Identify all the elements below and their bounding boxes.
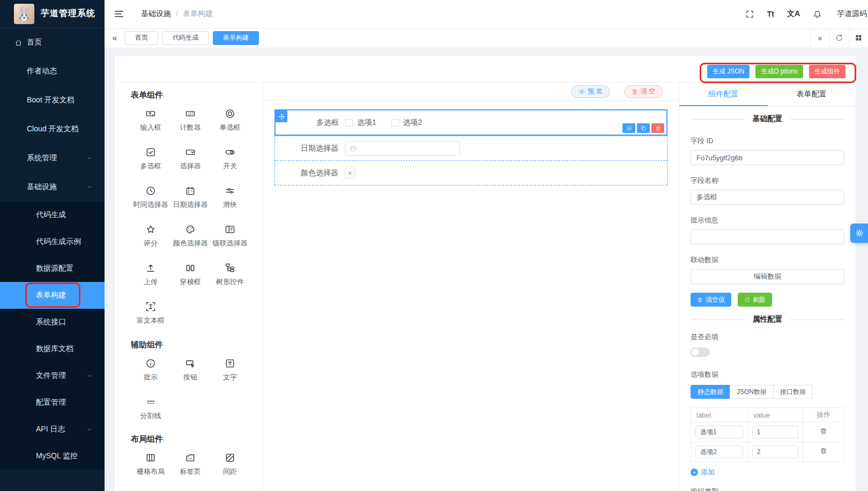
canvas-row-color-picker[interactable]: 颜色选择器 × (275, 160, 667, 185)
sidebar-item-database-docs[interactable]: 数据库文档 (0, 336, 105, 362)
refresh-tab-button[interactable] (829, 28, 849, 48)
menu-fold-icon[interactable] (113, 8, 125, 20)
copy-item-button[interactable] (637, 123, 650, 133)
notification-bell-icon[interactable] (813, 10, 822, 19)
palette-item-checkbox[interactable]: 多选框 (131, 147, 170, 169)
palette-item-time-picker[interactable]: 时间选择器 (131, 185, 170, 208)
sidebar-item-system-interface[interactable]: 系统接口 (0, 309, 105, 336)
user-name[interactable]: 芋道源码 (837, 9, 867, 19)
tab-component-config[interactable]: 组件配置 (679, 83, 768, 106)
transfer-icon (185, 263, 196, 273)
sidebar-item-system-management[interactable]: 系统管理 (0, 144, 105, 173)
clear-button[interactable]: 清 空 (624, 85, 663, 98)
sidebar-item-api-log[interactable]: API 日志 (0, 416, 105, 443)
breadcrumb: 基础设施 / 表单构建 (141, 9, 213, 19)
canvas-row-date-picker[interactable]: 日期选择器 (275, 136, 667, 161)
add-item-button[interactable] (622, 123, 635, 133)
trash-icon (632, 88, 638, 95)
field-name-input[interactable] (691, 190, 844, 205)
refresh-button[interactable]: 刷新 (738, 293, 772, 307)
tab-api-data[interactable]: 接口数据 (773, 385, 813, 399)
hint-input[interactable] (691, 229, 844, 244)
sidebar-item-code-generation-example[interactable]: 代码生成示例 (0, 228, 105, 255)
option-value-input[interactable] (752, 426, 798, 438)
palette-item-color-picker[interactable]: 颜色选择器 (170, 224, 210, 247)
double-chevron-right-icon: » (818, 33, 822, 42)
palette-item-upload[interactable]: 上传 (131, 263, 170, 285)
palette-item-grid-layout[interactable]: 栅格布局 (131, 452, 170, 475)
tab-json-data[interactable]: JSON数据 (730, 385, 774, 399)
palette-item-radio[interactable]: 单选框 (210, 108, 250, 131)
preview-button[interactable]: 预 览 (571, 85, 610, 98)
option-label-input[interactable] (695, 426, 743, 438)
palette-item-cascader[interactable]: 级联选择器 (210, 224, 250, 247)
button-icon (185, 358, 196, 369)
tab-static-data[interactable]: 静态数据 (691, 385, 730, 399)
checkbox-option-1[interactable]: 选项1 (345, 118, 376, 128)
sidebar-item-author-news[interactable]: 作者动态 (0, 57, 105, 86)
drag-handle[interactable] (276, 110, 287, 122)
palette-item-counter[interactable]: 计数器 (170, 108, 210, 131)
sidebar-item-infrastructure[interactable]: 基础设施 (0, 173, 105, 202)
palette-item-switch[interactable]: 开关 (210, 147, 250, 169)
date-picker-input[interactable] (345, 141, 460, 156)
layout-grid-button[interactable] (849, 28, 868, 48)
sidebar-item-config-management[interactable]: 配置管理 (0, 389, 105, 416)
canvas-row-checkbox-group-selected[interactable]: 多选框 选项1 选项2 (275, 109, 667, 136)
tabs-scroll-right[interactable]: » (810, 28, 829, 48)
palette-item-spacing[interactable]: 间距 (210, 452, 250, 475)
generate-options-button[interactable]: 生成O ptions (755, 65, 803, 78)
sidebar-item-boot-docs[interactable]: Boot 开发文档 (0, 86, 105, 115)
palette-item-label: 日期选择器 (173, 200, 208, 210)
palette-item-tree[interactable]: 树形控件 (210, 263, 250, 285)
tab-form-config[interactable]: 表单配置 (768, 83, 856, 106)
font-size-icon[interactable]: Tt (767, 10, 774, 18)
required-label: 是否必填 (691, 332, 844, 342)
delete-option-button[interactable] (820, 427, 827, 435)
color-picker-swatch[interactable]: × (345, 168, 355, 178)
tabs-scroll-left[interactable]: « (105, 33, 125, 43)
palette-item-slider[interactable]: 滑块 (210, 185, 250, 208)
sidebar-item-mysql-monitor[interactable]: MySQL 监控 (0, 443, 105, 470)
generate-component-button[interactable]: 生成组件 (809, 65, 845, 78)
delete-option-button[interactable] (820, 447, 827, 455)
view-tab-code-generation[interactable]: 代码生成 (162, 31, 209, 45)
palette-item-transfer[interactable]: 穿梭框 (170, 263, 210, 285)
checkbox-icon[interactable] (345, 119, 353, 127)
generate-json-button[interactable]: 生成 JSON (707, 65, 750, 78)
checkbox-icon[interactable] (391, 119, 399, 127)
sidebar-item-file-management[interactable]: 文件管理 (0, 362, 105, 389)
view-tab-home[interactable]: 首页 (125, 31, 158, 45)
palette-item-tab-page[interactable]: 标签页 (170, 452, 210, 475)
palette-item-rate[interactable]: 评分 (131, 224, 170, 247)
sidebar-item-cloud-docs[interactable]: Cloud 开发文档 (0, 115, 105, 144)
palette-item-info[interactable]: 提示 (131, 358, 170, 381)
option-label-input[interactable] (695, 445, 743, 458)
palette-item-select[interactable]: 选择器 (170, 147, 210, 169)
edit-data-button[interactable]: 编辑数据 (691, 269, 844, 284)
required-toggle[interactable] (691, 347, 710, 357)
theme-settings-button[interactable] (850, 224, 868, 243)
palette-item-input[interactable]: 输入框 (131, 108, 170, 131)
palette-item-date-picker[interactable]: 日期选择器 (170, 185, 210, 208)
field-id-input[interactable] (691, 150, 844, 165)
clear-value-button[interactable]: 清空值 (691, 293, 731, 307)
sidebar-item-datasource-config[interactable]: 数据源配置 (0, 255, 105, 282)
checkbox-option-2[interactable]: 选项2 (391, 118, 422, 128)
palette-item-rich-text[interactable]: 富文本框 (131, 301, 170, 324)
add-option-link[interactable]: + 添加 (691, 467, 715, 477)
language-icon[interactable]: 文A (787, 9, 800, 19)
sidebar-item-label: API 日志 (36, 425, 65, 434)
option-value-input[interactable] (752, 445, 798, 458)
sidebar-item-home[interactable]: 首页 (0, 28, 105, 57)
palette-item-button[interactable]: 按钮 (170, 358, 210, 381)
fullscreen-icon[interactable] (745, 10, 754, 19)
sidebar-item-form-builder[interactable]: 表单构建 (0, 282, 105, 309)
delete-item-button[interactable] (651, 123, 664, 133)
palette-item-text[interactable]: 文字 (210, 358, 250, 381)
sidebar-item-code-generation[interactable]: 代码生成 (0, 202, 105, 228)
palette-item-divider[interactable]: 分割线 (131, 397, 170, 419)
preview-label: 预 览 (588, 87, 602, 96)
view-tab-form-builder[interactable]: 表单构建 (213, 31, 259, 45)
breadcrumb-section[interactable]: 基础设施 (141, 9, 171, 19)
